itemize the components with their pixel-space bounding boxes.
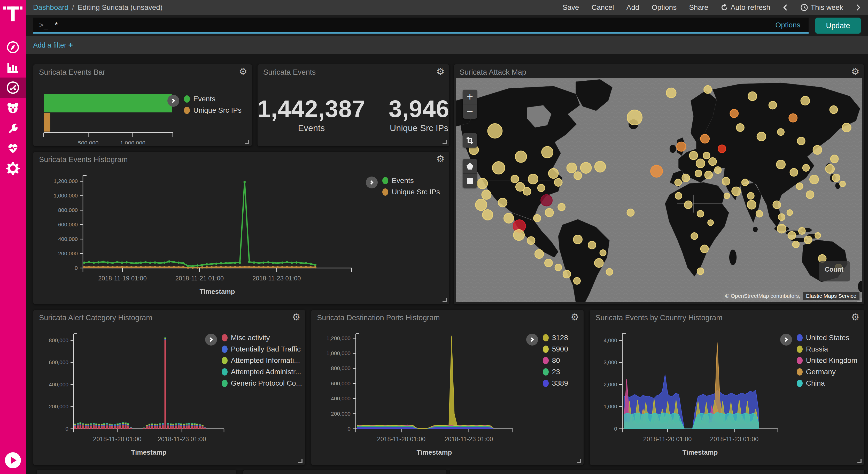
attack-bubble[interactable] [715,167,721,173]
attack-bubble[interactable] [747,200,756,209]
legend-item[interactable]: 3389 [543,379,568,387]
panel-gear-icon[interactable]: ⚙ [436,154,444,164]
attack-bubble[interactable] [514,230,524,240]
attack-bubble[interactable] [724,193,730,199]
attack-bubble[interactable] [595,161,606,172]
attack-bubble[interactable] [475,199,487,210]
attack-bubble[interactable] [796,183,803,189]
attack-bubble[interactable] [778,129,784,136]
attack-bubble[interactable] [815,233,821,238]
attack-bubble[interactable] [842,123,851,132]
share-button[interactable]: Share [689,3,708,11]
attack-bubble[interactable] [554,179,562,186]
attack-bubble[interactable] [832,174,840,182]
attack-bubble[interactable] [666,88,676,98]
attack-bubble[interactable] [574,235,582,244]
legend-item[interactable]: 80 [543,356,568,365]
sidebar-expand-button[interactable] [5,452,21,468]
attack-bubble[interactable] [675,179,681,186]
attack-bubble[interactable] [736,124,744,131]
resize-handle[interactable] [299,459,303,463]
query-options-link[interactable]: Options [776,21,801,29]
attack-bubble[interactable] [537,184,545,191]
attack-bubble[interactable] [708,220,714,226]
time-forward-button[interactable] [856,4,861,11]
map-fit-bounds-button[interactable] [463,133,477,148]
attack-bubble[interactable] [477,178,488,189]
attack-bubble[interactable] [498,198,507,207]
attack-bubble[interactable] [830,106,838,114]
attack-bubble[interactable] [840,181,845,187]
panel-gear-icon[interactable]: ⚙ [239,67,247,76]
legend-item[interactable]: China [797,379,858,387]
attack-bubble[interactable] [516,151,527,162]
resize-handle[interactable] [858,459,862,463]
attack-bubble[interactable] [756,210,763,217]
attack-bubble[interactable] [701,135,709,143]
resize-handle[interactable] [442,298,447,302]
legend-item[interactable]: Unique Src IPs [382,188,440,196]
legend-item[interactable]: Generic Protocol Co... [222,379,302,387]
add-button[interactable]: Add [626,3,640,11]
query-value[interactable]: * [55,20,776,30]
sidebar-item-devtools[interactable] [0,118,26,138]
attack-bubble[interactable] [482,190,491,199]
attack-bubble[interactable] [806,191,814,199]
attack-bubble[interactable] [730,109,738,118]
sidebar-item-management[interactable] [0,158,26,178]
attack-bubble[interactable] [600,250,606,256]
attack-bubble[interactable] [574,277,580,284]
resize-handle[interactable] [245,140,249,144]
attack-bubble[interactable] [799,228,805,234]
attack-bubble[interactable] [747,192,754,199]
attack-bubble[interactable] [804,236,812,244]
attack-bubble[interactable] [535,250,544,259]
breadcrumb-dashboard[interactable]: Dashboard [33,3,68,11]
auto-refresh-button[interactable]: Auto-refresh [721,3,770,11]
attack-bubble[interactable] [627,110,642,125]
attack-bubble[interactable] [778,214,785,220]
attack-bubble[interactable] [689,151,698,160]
attack-bubble[interactable] [773,201,781,209]
save-button[interactable]: Save [563,3,579,11]
attack-bubble[interactable] [682,174,690,182]
attack-bubble[interactable] [504,213,514,223]
attack-bubble[interactable] [594,259,603,267]
resize-handle[interactable] [577,459,581,463]
legend-expand-button[interactable] [205,334,217,346]
legend-item[interactable]: Unique Src IPs [184,106,242,115]
attack-bubble[interactable] [696,159,705,168]
legend-item[interactable]: United Kingdom [797,356,858,365]
attack-bubble[interactable] [732,187,741,196]
legend-item[interactable]: 5900 [543,345,568,353]
attack-bubble[interactable] [527,237,535,244]
time-picker-button[interactable]: This week [800,3,843,11]
attack-bubble[interactable] [797,137,805,145]
draw-rectangle-button[interactable] [463,173,477,188]
panel-gear-icon[interactable]: ⚙ [571,313,579,322]
attack-bubble[interactable] [627,209,634,216]
attack-bubble[interactable] [695,170,702,177]
attack-map[interactable]: + − Cou [456,78,862,302]
attack-bubble[interactable] [574,172,582,180]
attack-bubble[interactable] [793,241,799,248]
update-button[interactable]: Update [815,18,861,34]
attack-bubble[interactable] [788,232,796,239]
legend-item[interactable]: Attempted Administr... [222,368,302,376]
attack-bubble[interactable] [826,165,834,173]
attack-bubble[interactable] [697,210,704,217]
attack-bubble[interactable] [549,169,558,178]
attack-bubble[interactable] [718,145,726,153]
attack-bubble[interactable] [684,201,692,209]
legend-item[interactable]: Misc activity [222,334,302,342]
attack-bubble[interactable] [691,233,698,240]
attack-bubble[interactable] [742,179,748,186]
attack-bubble[interactable] [563,270,571,278]
legend-item[interactable]: Attempted Informati... [222,356,302,365]
sidebar-item-visualize[interactable] [0,57,26,78]
elastic-maps-attribution[interactable]: Elastic Maps Service [803,292,860,300]
attack-bubble[interactable] [528,174,538,184]
attack-bubble[interactable] [704,86,712,93]
attack-bubble[interactable] [701,245,708,253]
sidebar-item-discover[interactable] [0,37,26,57]
